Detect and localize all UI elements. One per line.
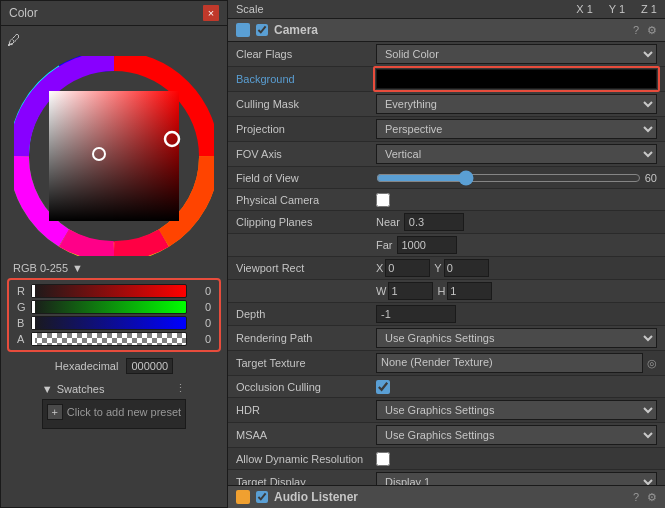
msaa-dropdown[interactable]: Use Graphics Settings [376, 425, 657, 445]
depth-label: Depth [236, 308, 376, 320]
rendering-path-label: Rendering Path [236, 332, 376, 344]
alpha-label: A [17, 333, 27, 345]
color-panel: Color × 🖊 [0, 0, 228, 508]
settings-icon[interactable]: ⚙ [647, 24, 657, 37]
projection-row: Projection Perspective [228, 117, 665, 142]
target-display-value: Display 1 [376, 472, 657, 485]
viewport-y-input[interactable] [444, 259, 489, 277]
help-icon[interactable]: ? [633, 24, 639, 37]
target-texture-value: None (Render Texture) ◎ [376, 353, 657, 373]
viewport-x: X [376, 259, 430, 277]
target-texture-picker-icon[interactable]: ◎ [647, 357, 657, 370]
green-label: G [17, 301, 27, 313]
add-swatch-icon: + [47, 404, 63, 420]
clear-flags-dropdown[interactable]: Solid Color [376, 44, 657, 64]
color-picker-area: 🖊 [1, 26, 227, 439]
background-color-field[interactable] [376, 69, 657, 89]
green-slider-track[interactable] [31, 300, 187, 314]
camera-header: Camera ? ⚙ [228, 19, 665, 42]
audio-help-icon[interactable]: ? [633, 491, 639, 504]
physical-camera-checkbox[interactable] [376, 193, 390, 207]
target-display-dropdown[interactable]: Display 1 [376, 472, 657, 485]
color-wheel-container[interactable] [14, 56, 214, 256]
clipping-near-input[interactable] [404, 213, 464, 231]
fov-slider[interactable] [376, 170, 641, 186]
scale-coords: X 1 Y 1 Z 1 [576, 3, 657, 15]
green-slider-row: G 0 [17, 300, 211, 314]
red-value: 0 [191, 285, 211, 297]
blue-slider-track[interactable] [31, 316, 187, 330]
fov-axis-dropdown[interactable]: Vertical [376, 144, 657, 164]
fov-axis-label: FOV Axis [236, 148, 376, 160]
msaa-value: Use Graphics Settings [376, 425, 657, 445]
hex-value[interactable]: 000000 [126, 358, 173, 374]
viewport-h-input[interactable] [447, 282, 492, 300]
fov-value: 60 [376, 170, 657, 186]
target-display-label: Target Display [236, 476, 376, 485]
culling-mask-dropdown[interactable]: Everything [376, 94, 657, 114]
camera-enabled-checkbox[interactable] [256, 24, 268, 36]
rendering-path-value: Use Graphics Settings [376, 328, 657, 348]
swatches-header[interactable]: ▼ Swatches ⋮ [42, 382, 186, 395]
viewport-w: W [376, 282, 433, 300]
dynamic-res-value [376, 452, 657, 466]
audio-listener-icons: ? ⚙ [633, 491, 657, 504]
clipping-planes-label: Clipping Planes [236, 216, 376, 228]
viewport-x-input[interactable] [385, 259, 430, 277]
background-label: Background [236, 73, 376, 85]
clipping-far-value: Far [376, 236, 657, 254]
audio-listener-footer: Audio Listener ? ⚙ [228, 485, 665, 508]
fov-row: Field of View 60 [228, 167, 665, 189]
close-button[interactable]: × [203, 5, 219, 21]
audio-listener-checkbox[interactable] [256, 491, 268, 503]
rgb-dropdown-arrow[interactable]: ▼ [72, 262, 83, 274]
clipping-near-value: Near [376, 213, 657, 231]
blue-slider-row: B 0 [17, 316, 211, 330]
color-panel-title: Color [9, 6, 38, 20]
viewport-w-input[interactable] [388, 282, 433, 300]
viewport-rect-label: Viewport Rect [236, 262, 376, 274]
projection-value: Perspective [376, 119, 657, 139]
viewport-rect-row: Viewport Rect X Y [228, 257, 665, 280]
occlusion-culling-checkbox[interactable] [376, 380, 390, 394]
projection-dropdown[interactable]: Perspective [376, 119, 657, 139]
occlusion-culling-row: Occlusion Culling [228, 376, 665, 398]
audio-listener-title: Audio Listener [274, 490, 358, 504]
msaa-row: MSAA Use Graphics Settings [228, 423, 665, 448]
hdr-value: Use Graphics Settings [376, 400, 657, 420]
swatches-area: + Click to add new preset [42, 399, 186, 429]
alpha-slider-track[interactable] [31, 332, 187, 346]
green-value: 0 [191, 301, 211, 313]
blue-value: 0 [191, 317, 211, 329]
clear-flags-label: Clear Flags [236, 48, 376, 60]
clipping-far-input[interactable] [397, 236, 457, 254]
rgb-label-text: RGB 0-255 [13, 262, 68, 274]
hex-row: Hexadecimal 000000 [47, 354, 181, 378]
rendering-path-dropdown[interactable]: Use Graphics Settings [376, 328, 657, 348]
depth-input[interactable] [376, 305, 456, 323]
culling-mask-row: Culling Mask Everything [228, 92, 665, 117]
color-wheel-svg[interactable] [14, 56, 214, 256]
target-display-row: Target Display Display 1 [228, 470, 665, 485]
fov-label: Field of View [236, 172, 376, 184]
dynamic-res-checkbox[interactable] [376, 452, 390, 466]
add-swatch[interactable]: + Click to add new preset [47, 404, 181, 420]
eyedropper-button[interactable]: 🖊 [7, 32, 21, 48]
dynamic-res-label: Allow Dynamic Resolution [236, 453, 376, 465]
properties-container: Clear Flags Solid Color Background Culli… [228, 42, 665, 485]
red-slider-track[interactable] [31, 284, 187, 298]
projection-label: Projection [236, 123, 376, 135]
hdr-dropdown[interactable]: Use Graphics Settings [376, 400, 657, 420]
clear-flags-value: Solid Color [376, 44, 657, 64]
depth-row: Depth [228, 303, 665, 326]
add-swatch-label: Click to add new preset [67, 406, 181, 418]
blue-label: B [17, 317, 27, 329]
occlusion-culling-value [376, 380, 657, 394]
swatches-menu-icon[interactable]: ⋮ [175, 382, 186, 395]
hdr-row: HDR Use Graphics Settings [228, 398, 665, 423]
audio-settings-icon[interactable]: ⚙ [647, 491, 657, 504]
red-slider-row: R 0 [17, 284, 211, 298]
fov-axis-value: Vertical [376, 144, 657, 164]
physical-camera-label: Physical Camera [236, 194, 376, 206]
red-label: R [17, 285, 27, 297]
